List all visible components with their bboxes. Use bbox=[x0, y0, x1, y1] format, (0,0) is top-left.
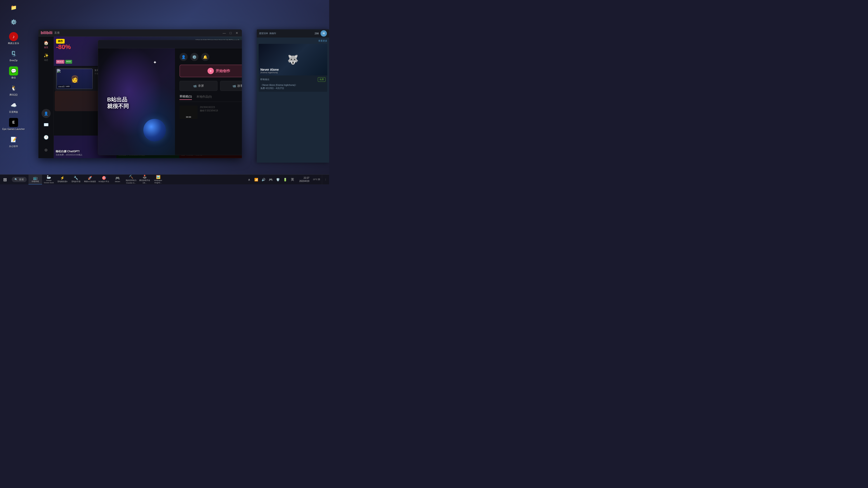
history-icon: 🕐 bbox=[43, 135, 49, 140]
desktop-icon-netease[interactable]: ♪ 网易云音乐 bbox=[1, 31, 26, 46]
desktop-icon-qq[interactable]: 🐧 腾讯QQ bbox=[1, 83, 26, 97]
planet-decoration bbox=[143, 119, 166, 141]
cart-link[interactable]: 购物车 bbox=[270, 32, 276, 35]
preview-title-line1: B站出品 bbox=[107, 96, 129, 103]
desktop-icon-baidu[interactable]: ☁️ 百度网盘 bbox=[1, 100, 26, 114]
taskbar-app-thunder[interactable]: ⚡ 雷电模拟器9 bbox=[56, 175, 69, 185]
creator-user-section: 👤 ⚙️ 🔔 bbox=[180, 53, 242, 61]
tencent-taskbar-icon: 🕹️ bbox=[143, 175, 147, 179]
creator-start-button[interactable]: + 开始创作 bbox=[180, 65, 242, 77]
steam-avatar[interactable]: H bbox=[320, 30, 327, 37]
thunder-taskbar-icon: ⚡ bbox=[60, 176, 65, 180]
creator-video-item[interactable]: 00:00 202304192223 撤稿于2023/04/19 bbox=[180, 105, 242, 119]
taskbar-clock[interactable]: 22:27 2023/4/19 bbox=[298, 176, 311, 183]
steam-game-banner: 🐺 Never Alone (Kisima Ingitchuna) bbox=[258, 44, 327, 75]
sidebar-item-dynamic[interactable]: ✨ 动态 bbox=[40, 52, 53, 63]
creator-user-icon[interactable]: 👤 bbox=[180, 53, 188, 61]
taskbar-app-bilibili[interactable]: 📺 哔哩哔哩 bbox=[29, 175, 42, 185]
thunder-taskbar-label: 雷电模拟器9 bbox=[57, 180, 67, 183]
creator-video-thumb: 00:00 bbox=[180, 105, 197, 119]
tray-antivirus[interactable]: 🛡️ bbox=[275, 176, 281, 183]
desktop-icon-office[interactable]: 📝 办公软件 bbox=[1, 134, 26, 149]
bilibili-taskbar-icon: 📺 bbox=[33, 176, 37, 180]
bilibili-sidebar: 🏠 首页 ✨ 动态 👤 ✉️ 🕐 ⊕ bbox=[38, 37, 54, 158]
creator-tools: 👤 ⚙️ 🔔 + 开始创作 📹 bbox=[175, 48, 242, 155]
close-button[interactable]: ✕ bbox=[234, 31, 240, 35]
tab-works[interactable]: 本地作品(0) bbox=[196, 95, 212, 100]
bilibili-window: bilibili 直播 — □ ✕ 🏠 首页 ✨ 动态 👤 bbox=[38, 29, 242, 158]
taskbar-search[interactable]: 🔍 搜索 bbox=[12, 177, 27, 182]
bilibili-taskbar-label: 哔哩哔哩 bbox=[32, 180, 39, 183]
sidebar-item-mail[interactable]: ✉️ bbox=[40, 119, 53, 131]
taskbar-app-thunder-multi[interactable]: 🔧 雷电多开器 bbox=[69, 175, 83, 185]
tray-steam-icon[interactable]: 🎮 bbox=[268, 176, 274, 183]
taskbar-left: ⊞ 🔍 搜索 bbox=[0, 175, 29, 185]
desktop-icon-breezip[interactable]: 🗜️ BreeZip bbox=[1, 48, 26, 63]
start-btn-label: 开始创作 bbox=[216, 69, 230, 73]
steam-promo-section: 查看更多 🐺 Never Alone (Kisima Ingitchuna) 即… bbox=[257, 37, 329, 95]
taskbar-app-minecraft[interactable]: ⛏️ 我的世界助力 Counter-S... bbox=[124, 175, 138, 185]
desktop-icon-settings[interactable]: ⚙️ bbox=[1, 17, 26, 29]
story-btn[interactable]: 📹 故事线 bbox=[220, 81, 242, 91]
steam-promo-header: 查看更多 bbox=[258, 39, 327, 42]
tray-network[interactable]: 📶 bbox=[253, 176, 259, 183]
tencent-taskbar-label: 腾讯游戏手友 bbox=[139, 179, 150, 182]
tencent-taskbar-label2: Off... bbox=[143, 182, 147, 184]
minecraft-taskbar-icon: ⛏️ bbox=[129, 175, 133, 179]
steam-more-link[interactable]: 查看更多 bbox=[318, 39, 327, 42]
weather-display: 23°C 阴 bbox=[311, 178, 322, 181]
game-name: Never Alone bbox=[260, 68, 326, 71]
sidebar-item-mine[interactable]: ⊕ bbox=[40, 144, 53, 156]
taskbar-app-uu[interactable]: 🚀 网易UU加速器 bbox=[83, 175, 97, 185]
5ce-taskbar-icon: 🎯 bbox=[102, 176, 106, 180]
story-icon: 📹 bbox=[232, 84, 236, 88]
steam-taskbar-label: Steam bbox=[115, 181, 120, 183]
promo-text-1: 格松白嫖 ChatGPT! 当前免费，4月20日23:00截止 bbox=[56, 150, 83, 156]
game-title-full: 《Never Alone (Kisima Ingitchuna)》 bbox=[260, 84, 326, 87]
tray-volume[interactable]: 🔊 bbox=[260, 176, 267, 183]
tray-keyboard[interactable]: 英 bbox=[289, 176, 296, 183]
sidebar-item-history[interactable]: 🕐 bbox=[40, 131, 53, 143]
taskbar-app-tencent[interactable]: 🕹️ 腾讯游戏手友 Off... bbox=[138, 175, 151, 185]
creator-notification-icon[interactable]: 🔔 bbox=[201, 53, 209, 61]
show-desktop-btn[interactable]: │ bbox=[322, 175, 329, 185]
creator-settings-icon[interactable]: ⚙️ bbox=[190, 53, 198, 61]
wallpaper-taskbar-label: Wallpaper bbox=[154, 180, 162, 182]
settings-icon: ⚙️ bbox=[9, 18, 18, 27]
taskbar-app-steam[interactable]: 🎮 Steam bbox=[111, 175, 124, 185]
creator-tabs: 草稿箱(1) 本地作品(0) 批量处理 bbox=[180, 94, 242, 102]
desktop-icon-wechat[interactable]: 💬 微信 bbox=[1, 66, 26, 80]
maximize-button[interactable]: □ bbox=[228, 31, 233, 35]
tray-battery[interactable]: 🔋 bbox=[282, 176, 288, 183]
tab-draft[interactable]: 草稿箱(1) bbox=[180, 94, 192, 100]
start-btn-plus-icon: + bbox=[208, 68, 214, 74]
epic-icon: E bbox=[9, 118, 18, 127]
game-free-badge: 免费 bbox=[318, 77, 326, 82]
minimize-button[interactable]: — bbox=[221, 31, 227, 35]
view-count: 216.6万 bbox=[58, 86, 65, 88]
desktop-icons-area: 📁 ⚙️ ♪ 网易云音乐 🗜️ BreeZip 💬 微信 🐧 腾讯QQ ☁️ 百… bbox=[0, 0, 27, 151]
qq-label: 腾讯QQ bbox=[9, 94, 18, 96]
thunder-multi-label: 雷电多开器 bbox=[71, 180, 81, 183]
desktop-icon-epic[interactable]: E Epic Games Launcher bbox=[1, 117, 26, 131]
steam-game-info: 即将推出 免费 bbox=[258, 75, 327, 84]
desktop-icon-folder[interactable]: 📁 bbox=[1, 2, 26, 14]
taskbar-app-goose[interactable]: 🦢 Goose Goose Duck bbox=[42, 175, 56, 185]
sidebar-item-home[interactable]: 🏠 首页 bbox=[40, 39, 53, 51]
avatar[interactable]: 👤 bbox=[41, 109, 51, 118]
start-button[interactable]: ⊞ bbox=[0, 175, 10, 185]
titlebar-controls: — □ ✕ bbox=[221, 31, 240, 35]
wallpaper-taskbar-icon: 🖼️ bbox=[156, 175, 160, 179]
wishlist-link[interactable]: 愿望清单 bbox=[259, 32, 268, 35]
taskbar-app-5ce[interactable]: 🎯 5CE战斗平台 bbox=[97, 175, 111, 185]
netease-label: 网易云音乐 bbox=[8, 42, 19, 45]
taskbar-app-wallpaper[interactable]: 🖼️ Wallpaper Engine... bbox=[151, 175, 165, 185]
video-thumb-1: 👩 216.6万 1485 bbox=[57, 69, 93, 89]
record-btn[interactable]: 📹 录屏 bbox=[180, 81, 217, 91]
nav-tab-live[interactable]: 直播 bbox=[54, 31, 60, 35]
game-free-dates: 免费 4月20日 - 4月27日 bbox=[260, 87, 326, 90]
game-tag: 即将推出 bbox=[260, 78, 270, 81]
steam-header: 愿望清单 购物车 298 H bbox=[257, 29, 329, 37]
tray-chevron[interactable]: ∧ bbox=[246, 176, 252, 183]
steam-game-card[interactable]: 🐺 Never Alone (Kisima Ingitchuna) 即将推出 免… bbox=[258, 44, 327, 92]
